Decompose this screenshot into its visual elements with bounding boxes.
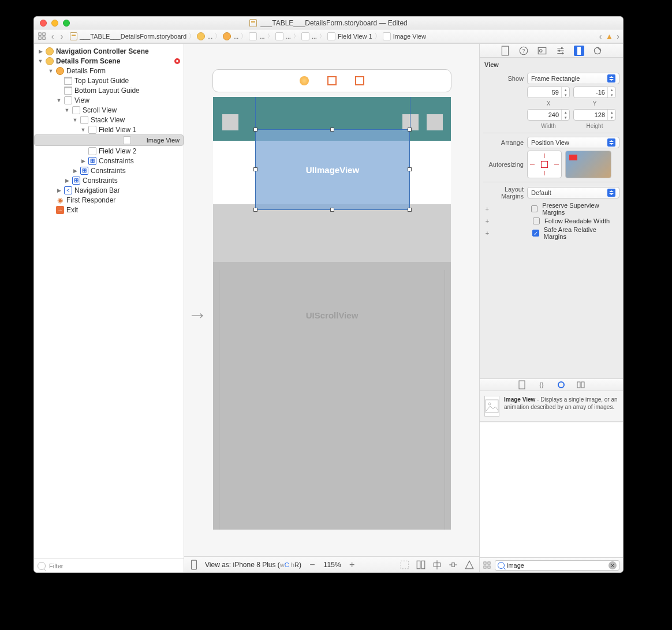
vc-icon[interactable] [300,76,309,85]
width-field[interactable]: 240▴▾ [527,109,570,121]
selected-image-view[interactable]: UIImageView [255,129,410,210]
forward-arrow[interactable]: › [58,32,65,41]
storyboard-canvas[interactable]: → UIScrollView [184,44,479,556]
autoresizing-label: Autoresizing [483,161,524,168]
svg-rect-36 [486,400,498,412]
x-sublabel: X [527,100,570,107]
related-items-icon[interactable] [38,32,47,41]
resize-handle[interactable] [253,167,257,171]
breadcrumb-v2[interactable]: ... [273,32,293,40]
outline-field2[interactable]: Field View 2 [34,146,184,156]
zoom-in-button[interactable]: + [347,560,357,570]
autoresizing-control[interactable] [527,151,562,178]
y-field[interactable]: -16▴▾ [573,87,616,98]
breadcrumb-file[interactable]: ___TABLE___DetailsForm.storyboard [68,32,189,40]
file-inspector-icon[interactable] [500,46,510,56]
resize-handle[interactable] [253,208,257,212]
preserve-checkbox[interactable] [531,205,538,212]
close-window-button[interactable] [40,20,47,27]
outline-field1[interactable]: ▼Field View 1 [34,125,184,134]
resize-handle[interactable] [408,208,412,212]
layout-margins-select[interactable]: Default [527,187,619,198]
device-config-icon[interactable] [189,560,199,570]
stepper[interactable]: ▴▾ [607,87,615,97]
resize-handle[interactable] [408,167,412,171]
show-select[interactable]: Frame Rectangle [527,73,619,84]
object-library-icon[interactable] [557,380,566,389]
height-field[interactable]: 128▴▾ [573,109,616,121]
resize-handle[interactable] [253,127,257,132]
outline-constraints-3[interactable]: ▶⊞Constraints [34,175,184,185]
scene-header-bar[interactable] [212,69,451,92]
size-inspector-icon[interactable] [574,46,584,56]
height-sublabel: Height [573,123,616,129]
zoom-window-button[interactable] [63,20,70,27]
minimize-window-button[interactable] [51,20,58,27]
outline-constraints-2[interactable]: ▶⊞Constraints [34,166,184,175]
update-frames-icon[interactable] [400,560,410,570]
library-search-field[interactable]: image × [495,560,619,571]
library-view-mode-icon[interactable] [483,561,491,569]
outline-imageview[interactable]: Image View [34,134,184,146]
breadcrumb-image[interactable]: Image View [380,32,428,40]
back-arrow[interactable]: ‹ [49,32,56,41]
outline-scene-nav[interactable]: ▶Navigation Controller Scene [34,46,184,56]
outline-bottom-guide[interactable]: Bottom Layout Guide [34,85,184,95]
outline-navbar[interactable]: ▶<Navigation Bar [34,185,184,195]
outline-first-responder[interactable]: ◉First Responder [34,195,184,205]
outline-stack[interactable]: ▼Stack View [34,115,184,125]
add-variation-button[interactable]: + [483,217,491,224]
entry-arrow-icon[interactable]: → [188,303,207,326]
exit-icon[interactable] [355,76,364,85]
resize-handle[interactable] [330,127,334,132]
outline-vc[interactable]: ▼Details Form [34,66,184,76]
error-indicator-icon[interactable]: ● [174,58,180,64]
outline-exit[interactable]: →Exit [34,205,184,215]
zoom-level[interactable]: 115% [323,561,341,569]
add-variation-button[interactable]: + [483,205,491,212]
safe-area-checkbox[interactable]: ✓ [532,230,539,237]
scene-canvas[interactable]: UIScrollView UIImageView [213,97,451,530]
x-field[interactable]: 59▴▾ [527,87,570,98]
stepper[interactable]: ▴▾ [561,87,569,97]
resize-handle[interactable] [330,208,334,212]
arrange-select[interactable]: Position View [527,137,619,148]
library-item-image-view[interactable]: Image View - Displays a single image, or… [480,391,623,422]
quick-help-icon[interactable]: ? [518,46,529,56]
view-as-label[interactable]: View as: iPhone 8 Plus (wC hR) [205,561,301,569]
attributes-inspector-icon[interactable] [555,46,566,56]
breadcrumb-v1[interactable]: ... [247,32,267,40]
issue-next-button[interactable]: › [617,32,619,41]
jump-bar-right: ‹ ▲ › [599,32,619,41]
outline-constraints-1[interactable]: ▶⊞Constraints [34,156,184,166]
pin-icon[interactable] [448,560,458,570]
code-snippet-library-icon[interactable]: {} [537,380,546,389]
breadcrumb-vc[interactable]: ... [221,32,241,40]
add-variation-button[interactable]: + [483,230,491,237]
connections-inspector-icon[interactable] [592,46,603,56]
outline-scene-details[interactable]: ▼Details Form Scene● [34,56,184,66]
readable-checkbox[interactable] [533,217,540,224]
resolve-issues-icon[interactable] [464,560,475,570]
outline-top-guide[interactable]: Top Layout Guide [34,76,184,85]
breadcrumb-v3[interactable]: ... [299,32,319,40]
align-icon[interactable] [432,560,442,570]
file-template-library-icon[interactable] [517,380,527,389]
media-library-icon[interactable] [576,380,585,389]
stepper[interactable]: ▴▾ [561,110,569,120]
breadcrumb-field[interactable]: Field View 1 [325,32,375,40]
outline-scroll[interactable]: ▼Scroll View [34,105,184,115]
embed-in-icon[interactable] [416,560,426,570]
warning-icon[interactable]: ▲ [605,32,613,41]
clear-search-button[interactable]: × [608,561,617,569]
canvas-area: → UIScrollView [184,44,480,572]
breadcrumb-scene[interactable]: ... [195,32,215,40]
zoom-out-button[interactable]: − [307,560,318,570]
outline-filter-input[interactable] [49,562,180,569]
outline-view[interactable]: ▼View [34,95,184,105]
issue-prev-button[interactable]: ‹ [599,32,602,41]
first-responder-icon[interactable] [327,76,337,85]
resize-handle[interactable] [408,127,412,132]
identity-inspector-icon[interactable] [537,46,547,56]
stepper[interactable]: ▴▾ [607,110,615,120]
